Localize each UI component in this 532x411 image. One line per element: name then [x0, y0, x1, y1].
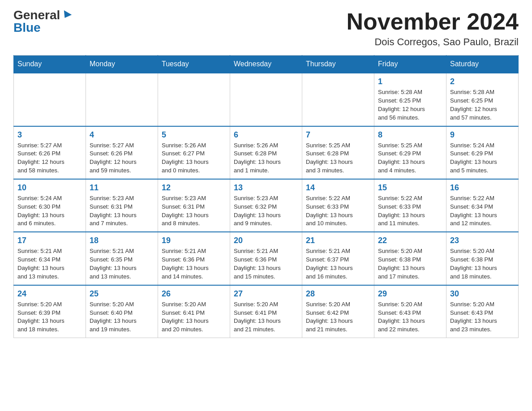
day-number: 11 [90, 183, 154, 193]
calendar-cell [158, 73, 230, 126]
weekday-header-friday: Friday [374, 56, 446, 73]
calendar-cell: 23Sunrise: 5:20 AM Sunset: 6:38 PM Dayli… [446, 232, 519, 285]
calendar-cell: 14Sunrise: 5:22 AM Sunset: 6:33 PM Dayli… [302, 179, 374, 232]
day-info: Sunrise: 5:26 AM Sunset: 6:27 PM Dayligh… [162, 141, 226, 175]
day-info: Sunrise: 5:21 AM Sunset: 6:35 PM Dayligh… [90, 247, 154, 281]
day-number: 22 [378, 236, 442, 245]
calendar-cell: 20Sunrise: 5:21 AM Sunset: 6:36 PM Dayli… [230, 232, 302, 285]
day-info: Sunrise: 5:20 AM Sunset: 6:43 PM Dayligh… [450, 300, 515, 334]
calendar-cell: 7Sunrise: 5:25 AM Sunset: 6:28 PM Daylig… [302, 126, 374, 179]
day-number: 1 [378, 77, 442, 86]
calendar-cell: 28Sunrise: 5:20 AM Sunset: 6:42 PM Dayli… [302, 285, 374, 338]
calendar-cell: 13Sunrise: 5:23 AM Sunset: 6:32 PM Dayli… [230, 179, 302, 232]
calendar-cell [14, 73, 86, 126]
day-info: Sunrise: 5:28 AM Sunset: 6:25 PM Dayligh… [450, 88, 515, 122]
calendar-cell: 17Sunrise: 5:21 AM Sunset: 6:34 PM Dayli… [14, 232, 86, 285]
day-info: Sunrise: 5:21 AM Sunset: 6:36 PM Dayligh… [234, 247, 298, 281]
calendar-cell: 18Sunrise: 5:21 AM Sunset: 6:35 PM Dayli… [86, 232, 158, 285]
day-number: 13 [234, 183, 298, 193]
logo: General Blue [13, 9, 71, 34]
weekday-header-tuesday: Tuesday [158, 56, 230, 73]
day-number: 23 [450, 236, 515, 245]
day-number: 19 [162, 236, 226, 245]
month-year-title: November 2024 [347, 9, 519, 34]
calendar-cell: 12Sunrise: 5:23 AM Sunset: 6:31 PM Dayli… [158, 179, 230, 232]
day-number: 18 [90, 236, 154, 245]
day-number: 8 [378, 130, 442, 140]
title-section: November 2024 Dois Corregos, Sao Paulo, … [347, 9, 519, 48]
day-info: Sunrise: 5:23 AM Sunset: 6:31 PM Dayligh… [162, 194, 226, 228]
calendar-cell: 2Sunrise: 5:28 AM Sunset: 6:25 PM Daylig… [446, 73, 519, 126]
calendar-cell: 3Sunrise: 5:27 AM Sunset: 6:26 PM Daylig… [14, 126, 86, 179]
calendar-week-4: 17Sunrise: 5:21 AM Sunset: 6:34 PM Dayli… [14, 232, 519, 285]
day-info: Sunrise: 5:24 AM Sunset: 6:30 PM Dayligh… [17, 194, 82, 228]
calendar-cell [302, 73, 374, 126]
day-number: 2 [450, 77, 515, 86]
calendar-cell: 5Sunrise: 5:26 AM Sunset: 6:27 PM Daylig… [158, 126, 230, 179]
day-info: Sunrise: 5:25 AM Sunset: 6:28 PM Dayligh… [306, 141, 370, 175]
day-info: Sunrise: 5:22 AM Sunset: 6:33 PM Dayligh… [378, 194, 442, 228]
calendar-cell: 8Sunrise: 5:25 AM Sunset: 6:29 PM Daylig… [374, 126, 446, 179]
calendar-cell [86, 73, 158, 126]
calendar-cell [230, 73, 302, 126]
day-number: 9 [450, 130, 515, 140]
calendar-cell: 21Sunrise: 5:21 AM Sunset: 6:37 PM Dayli… [302, 232, 374, 285]
day-info: Sunrise: 5:23 AM Sunset: 6:31 PM Dayligh… [90, 194, 154, 228]
day-number: 26 [162, 289, 226, 299]
day-info: Sunrise: 5:20 AM Sunset: 6:42 PM Dayligh… [306, 300, 370, 334]
day-info: Sunrise: 5:20 AM Sunset: 6:43 PM Dayligh… [378, 300, 442, 334]
day-number: 5 [162, 130, 226, 140]
day-info: Sunrise: 5:22 AM Sunset: 6:33 PM Dayligh… [306, 194, 370, 228]
calendar-cell: 26Sunrise: 5:20 AM Sunset: 6:41 PM Dayli… [158, 285, 230, 338]
day-info: Sunrise: 5:28 AM Sunset: 6:25 PM Dayligh… [378, 88, 442, 122]
day-number: 20 [234, 236, 298, 245]
location-subtitle: Dois Corregos, Sao Paulo, Brazil [347, 36, 519, 48]
day-number: 17 [17, 236, 82, 245]
day-number: 28 [306, 289, 370, 299]
day-info: Sunrise: 5:20 AM Sunset: 6:40 PM Dayligh… [90, 300, 154, 334]
day-number: 4 [90, 130, 154, 140]
day-number: 15 [378, 183, 442, 193]
day-info: Sunrise: 5:23 AM Sunset: 6:32 PM Dayligh… [234, 194, 298, 228]
calendar-cell: 4Sunrise: 5:27 AM Sunset: 6:26 PM Daylig… [86, 126, 158, 179]
day-number: 6 [234, 130, 298, 140]
day-number: 7 [306, 130, 370, 140]
day-number: 24 [17, 289, 82, 299]
day-info: Sunrise: 5:22 AM Sunset: 6:34 PM Dayligh… [450, 194, 515, 228]
day-number: 30 [450, 289, 515, 299]
calendar-cell: 9Sunrise: 5:24 AM Sunset: 6:29 PM Daylig… [446, 126, 519, 179]
day-number: 3 [17, 130, 82, 140]
day-number: 27 [234, 289, 298, 299]
calendar-week-5: 24Sunrise: 5:20 AM Sunset: 6:39 PM Dayli… [14, 285, 519, 338]
calendar-week-2: 3Sunrise: 5:27 AM Sunset: 6:26 PM Daylig… [14, 126, 519, 179]
calendar-cell: 27Sunrise: 5:20 AM Sunset: 6:41 PM Dayli… [230, 285, 302, 338]
calendar-cell: 15Sunrise: 5:22 AM Sunset: 6:33 PM Dayli… [374, 179, 446, 232]
calendar-cell: 29Sunrise: 5:20 AM Sunset: 6:43 PM Dayli… [374, 285, 446, 338]
calendar-table: SundayMondayTuesdayWednesdayThursdayFrid… [13, 55, 519, 338]
logo-general-text: General [13, 9, 60, 21]
weekday-header-row: SundayMondayTuesdayWednesdayThursdayFrid… [14, 56, 519, 73]
day-info: Sunrise: 5:20 AM Sunset: 6:41 PM Dayligh… [162, 300, 226, 334]
logo-triangle-icon [61, 10, 72, 20]
day-number: 10 [17, 183, 82, 193]
day-number: 25 [90, 289, 154, 299]
calendar-cell: 16Sunrise: 5:22 AM Sunset: 6:34 PM Dayli… [446, 179, 519, 232]
day-info: Sunrise: 5:24 AM Sunset: 6:29 PM Dayligh… [450, 141, 515, 175]
day-info: Sunrise: 5:20 AM Sunset: 6:41 PM Dayligh… [234, 300, 298, 334]
day-info: Sunrise: 5:27 AM Sunset: 6:26 PM Dayligh… [90, 141, 154, 175]
logo-blue-text: Blue [13, 21, 41, 34]
calendar-cell: 1Sunrise: 5:28 AM Sunset: 6:25 PM Daylig… [374, 73, 446, 126]
calendar-week-1: 1Sunrise: 5:28 AM Sunset: 6:25 PM Daylig… [14, 73, 519, 126]
calendar-cell: 19Sunrise: 5:21 AM Sunset: 6:36 PM Dayli… [158, 232, 230, 285]
day-info: Sunrise: 5:26 AM Sunset: 6:28 PM Dayligh… [234, 141, 298, 175]
day-number: 21 [306, 236, 370, 245]
day-info: Sunrise: 5:21 AM Sunset: 6:34 PM Dayligh… [17, 247, 82, 281]
calendar-cell: 22Sunrise: 5:20 AM Sunset: 6:38 PM Dayli… [374, 232, 446, 285]
calendar-cell: 24Sunrise: 5:20 AM Sunset: 6:39 PM Dayli… [14, 285, 86, 338]
calendar-cell: 25Sunrise: 5:20 AM Sunset: 6:40 PM Dayli… [86, 285, 158, 338]
weekday-header-wednesday: Wednesday [230, 56, 302, 73]
day-number: 12 [162, 183, 226, 193]
day-info: Sunrise: 5:20 AM Sunset: 6:38 PM Dayligh… [378, 247, 442, 281]
weekday-header-saturday: Saturday [446, 56, 519, 73]
day-info: Sunrise: 5:20 AM Sunset: 6:39 PM Dayligh… [17, 300, 82, 334]
